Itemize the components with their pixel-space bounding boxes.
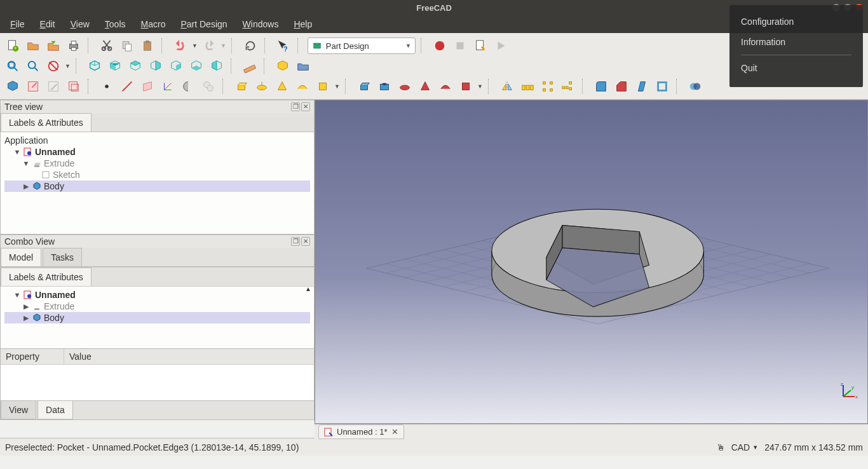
combo-tree[interactable]: ▼Unnamed ▶Extrude ▶Body [1, 287, 314, 348]
tree-float-icon[interactable]: ❐ [291, 102, 300, 111]
popup-information[interactable]: Information [741, 32, 851, 52]
sweep-add-icon[interactable] [294, 78, 311, 95]
additive-primitive-icon[interactable] [314, 78, 332, 95]
menu-partdesign[interactable]: Part Design [174, 17, 233, 32]
sweep-sub-icon[interactable] [437, 78, 454, 95]
redo-icon[interactable] [200, 37, 218, 55]
view-bottom-icon[interactable] [187, 57, 205, 75]
groove-icon[interactable] [396, 78, 414, 95]
document-tabs: Unnamed : 1* ✕ [315, 424, 868, 439]
combo-close-icon[interactable]: ✕ [301, 237, 310, 246]
linear-pattern-icon[interactable] [519, 78, 536, 95]
view-iso-icon[interactable] [86, 57, 104, 75]
menu-tools[interactable]: Tools [98, 17, 132, 32]
loft-add-icon[interactable] [273, 78, 291, 95]
3d-viewport[interactable]: x z y [315, 100, 868, 424]
combo-float-icon[interactable]: ❐ [291, 237, 300, 246]
property-body[interactable] [1, 365, 314, 400]
whatsthis-icon[interactable]: ? [275, 37, 292, 55]
scroll-up-icon[interactable]: ▲ [304, 285, 313, 294]
group-icon[interactable] [294, 57, 312, 75]
svg-rect-44 [569, 88, 572, 90]
macro-stop-icon[interactable] [451, 37, 469, 55]
cut-icon[interactable] [98, 37, 116, 55]
popup-quit[interactable]: Quit [741, 58, 851, 78]
boolean-icon[interactable] [686, 78, 704, 95]
zoom-selection-icon[interactable] [24, 57, 42, 75]
view-rear-icon[interactable] [167, 57, 185, 75]
datum-point-icon[interactable] [98, 78, 116, 95]
multi-transform-icon[interactable] [559, 78, 577, 95]
undo-icon[interactable] [172, 37, 189, 55]
datum-line-icon[interactable] [118, 78, 136, 95]
view-right-icon[interactable] [147, 57, 165, 75]
tree-view-tree[interactable]: Application ▼Unnamed ▼Extrude Sketch ▶Bo… [1, 132, 314, 234]
combo-extrude-label[interactable]: Extrude [44, 301, 74, 311]
tree-doc-label[interactable]: Unnamed [35, 147, 76, 157]
macro-play-icon[interactable] [492, 37, 510, 55]
edit-sketch-icon[interactable] [44, 78, 62, 95]
workbench-selector[interactable]: Part Design [308, 37, 416, 54]
menu-help[interactable]: Help [287, 17, 318, 32]
document-tab[interactable]: Unnamed : 1* ✕ [318, 425, 404, 439]
tab-view[interactable]: View [1, 401, 36, 419]
view-left-icon[interactable] [208, 57, 226, 75]
svg-line-80 [843, 390, 851, 397]
tab-model[interactable]: Model [1, 248, 41, 266]
tab-tasks[interactable]: Tasks [43, 248, 82, 266]
draft-icon[interactable] [633, 78, 651, 95]
clone-icon[interactable] [200, 78, 217, 95]
tab-labels-attributes[interactable]: Labels & Attributes [1, 113, 92, 132]
tree-body-label[interactable]: Body [44, 181, 64, 191]
tree-extrude-label[interactable]: Extrude [44, 158, 74, 168]
new-file-icon[interactable]: + [4, 37, 22, 55]
pad-icon[interactable] [233, 78, 250, 95]
revolution-icon[interactable] [253, 78, 271, 95]
nav-style-selector[interactable]: CAD▼ [731, 442, 758, 452]
shapebinder-icon[interactable] [179, 78, 197, 95]
hole-icon[interactable] [376, 78, 393, 95]
mirror-icon[interactable] [498, 78, 516, 95]
print-icon[interactable] [65, 37, 83, 55]
save-file-icon[interactable] [44, 37, 62, 55]
menu-macro[interactable]: Macro [135, 17, 172, 32]
popup-separator [741, 55, 851, 55]
drawstyle-icon[interactable] [44, 57, 62, 75]
tree-close-icon[interactable]: ✕ [301, 102, 310, 111]
pocket-icon[interactable] [355, 78, 373, 95]
tree-sketch-label[interactable]: Sketch [53, 170, 80, 180]
menu-edit[interactable]: Edit [34, 17, 62, 32]
chamfer-icon[interactable] [613, 78, 630, 95]
datum-plane-icon[interactable] [139, 78, 156, 95]
menu-windows[interactable]: Windows [236, 17, 285, 32]
datum-cs-icon[interactable] [159, 78, 177, 95]
svg-rect-9 [125, 44, 131, 51]
create-sketch-icon[interactable] [24, 78, 42, 95]
copy-icon[interactable] [118, 37, 136, 55]
loft-sub-icon[interactable] [416, 78, 434, 95]
combo-body-label[interactable]: Body [44, 313, 64, 323]
part-icon[interactable] [274, 57, 292, 75]
refresh-icon[interactable] [241, 37, 259, 55]
map-sketch-icon[interactable] [65, 78, 83, 95]
macro-list-icon[interactable] [471, 37, 489, 55]
create-body-icon[interactable] [4, 78, 22, 95]
fillet-icon[interactable] [592, 78, 610, 95]
zoom-fit-icon[interactable] [4, 57, 22, 75]
open-file-icon[interactable] [24, 37, 42, 55]
subtractive-primitive-icon[interactable] [457, 78, 475, 95]
menu-view[interactable]: View [64, 17, 96, 32]
polar-pattern-icon[interactable] [539, 78, 557, 95]
thickness-icon[interactable] [653, 78, 671, 95]
measure-icon[interactable] [241, 57, 259, 75]
popup-configuration[interactable]: Configuration [741, 11, 851, 32]
combo-doc-label[interactable]: Unnamed [35, 290, 76, 300]
tab-labels-attributes-2[interactable]: Labels & Attributes [1, 268, 92, 286]
view-top-icon[interactable] [126, 57, 144, 75]
view-front-icon[interactable] [106, 57, 124, 75]
menu-file[interactable]: File [4, 17, 31, 32]
tab-data[interactable]: Data [37, 401, 73, 419]
document-tab-close-icon[interactable]: ✕ [391, 427, 398, 437]
macro-record-icon[interactable] [431, 37, 449, 55]
paste-icon[interactable] [139, 37, 156, 55]
